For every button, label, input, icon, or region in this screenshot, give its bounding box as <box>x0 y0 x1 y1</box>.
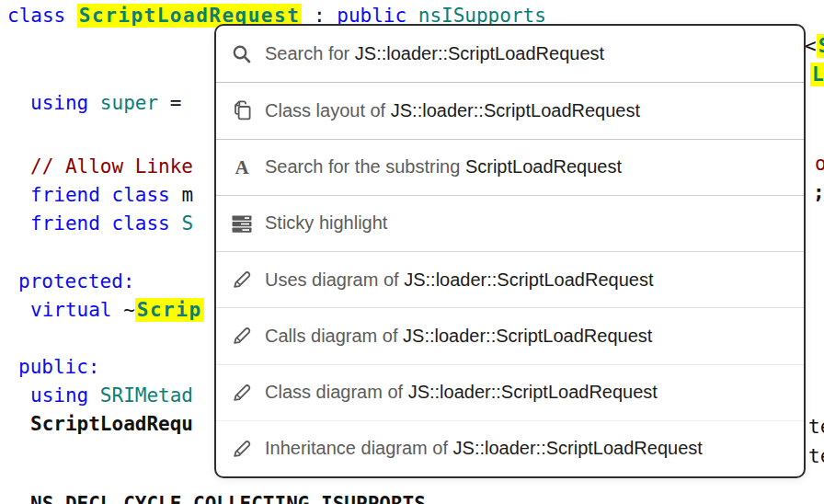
pen-icon <box>230 438 254 460</box>
highlighted-symbol[interactable]: Lo <box>810 63 824 86</box>
menu-item-prefix: Inheritance diagram of <box>265 438 453 458</box>
menu-item-symbol: JS::loader::ScriptLoadRequest <box>404 269 653 290</box>
code-line: <S <box>805 32 824 61</box>
code-token: // Allow Linke <box>30 155 193 178</box>
code-line: virtual ~Scrip <box>30 296 204 325</box>
code-line: using SRIMetad <box>30 382 193 410</box>
pen-icon <box>230 382 254 404</box>
pen-icon <box>230 269 254 291</box>
menu-item-symbol: JS::loader::ScriptLoadRequest <box>408 382 658 402</box>
code-token: super <box>100 92 158 114</box>
menu-item-inheritance-diagram[interactable]: Inheritance diagram of JS::loader::Scrip… <box>216 420 804 476</box>
code-line: protected: <box>18 268 134 296</box>
code-line: using super = <box>30 89 193 118</box>
menu-item-prefix: Calls diagram of <box>265 326 403 346</box>
menu-item-symbol: JS::loader::ScriptLoadRequest <box>355 43 604 63</box>
code-line: friend class S <box>30 210 193 238</box>
menu-item-symbol: JS::loader::ScriptLoadRequest <box>453 438 703 458</box>
code-line: o <box>815 150 824 178</box>
code-token: te <box>808 445 824 467</box>
code-token: = <box>158 92 193 114</box>
highlighted-symbol[interactable]: S <box>817 34 824 58</box>
code-token: class <box>7 5 77 27</box>
menu-item-label: Class diagram of JS::loader::ScriptLoadR… <box>265 382 658 403</box>
code-line: ScriptLoadRequ <box>30 410 193 439</box>
code-token: friend class <box>30 212 181 235</box>
menu-item-label: Uses diagram of JS::loader::ScriptLoadRe… <box>265 269 653 291</box>
menu-item-label: Calls diagram of JS::loader::ScriptLoadR… <box>265 326 652 347</box>
menu-item-label: Class layout of JS::loader::ScriptLoadRe… <box>265 100 640 121</box>
menu-item-class-layout[interactable]: Class layout of JS::loader::ScriptLoadRe… <box>216 82 804 138</box>
code-line: public: <box>18 353 100 382</box>
menu-item-symbol: ScriptLoadRequest <box>465 156 622 177</box>
menu-item-prefix: Sticky highlight <box>265 212 387 233</box>
menu-item-prefix: Uses diagram of <box>265 269 404 290</box>
menu-item-prefix: Class diagram of <box>265 382 408 402</box>
code-line: ; <box>813 178 824 207</box>
code-token: ~ <box>123 299 135 321</box>
code-token: ; <box>813 181 824 203</box>
clone-icon <box>230 99 254 121</box>
code-token: m <box>181 184 193 206</box>
code-line: te <box>808 413 824 441</box>
code-token: NS_DECL_CYCLE_COLLECTING_ISUPPORTS <box>30 493 426 504</box>
code-line: friend class m <box>30 181 193 210</box>
menu-item-prefix: Class layout of <box>265 100 391 120</box>
code-token: using <box>30 384 100 407</box>
context-menu: Search for JS::loader::ScriptLoadRequest… <box>214 24 806 478</box>
menu-item-label: Search for JS::loader::ScriptLoadRequest <box>265 43 604 64</box>
svg-text:A: A <box>235 156 249 178</box>
menu-item-prefix: Search for the substring <box>265 156 465 177</box>
menu-item-search[interactable]: Search for JS::loader::ScriptLoadRequest <box>216 26 804 82</box>
code-token: public: <box>18 356 100 378</box>
menu-item-label: Sticky highlight <box>265 212 387 234</box>
menu-item-substring-search[interactable]: ASearch for the substring ScriptLoadRequ… <box>216 139 804 195</box>
code-line: Lo <box>810 61 824 89</box>
code-token: < <box>805 35 817 57</box>
menu-item-label: Inheritance diagram of JS::loader::Scrip… <box>265 438 703 459</box>
menu-item-label: Search for the substring ScriptLoadReque… <box>265 156 622 178</box>
code-token: o <box>815 153 824 175</box>
code-token: virtual <box>30 299 123 321</box>
code-token: protected: <box>18 270 134 292</box>
menu-item-sticky-highlight[interactable]: Sticky highlight <box>216 195 804 251</box>
search-icon <box>230 43 254 65</box>
menu-item-symbol: JS::loader::ScriptLoadRequest <box>403 326 652 346</box>
code-token: S <box>181 212 193 235</box>
sticky-highlight-icon <box>230 212 254 235</box>
menu-item-class-diagram[interactable]: Class diagram of JS::loader::ScriptLoadR… <box>216 364 804 420</box>
highlighted-symbol[interactable]: Scrip <box>135 298 204 322</box>
pen-icon <box>230 325 254 347</box>
code-line: te <box>808 442 824 471</box>
menu-item-calls-diagram[interactable]: Calls diagram of JS::loader::ScriptLoadR… <box>216 307 804 363</box>
code-line: // Allow Linke <box>30 153 193 181</box>
code-line: NS_DECL_CYCLE_COLLECTING_ISUPPORTS <box>30 490 426 504</box>
code-token: using <box>30 92 100 114</box>
menu-item-uses-diagram[interactable]: Uses diagram of JS::loader::ScriptLoadRe… <box>216 251 804 307</box>
code-token: SRIMetad <box>100 384 193 407</box>
menu-item-prefix: Search for <box>265 43 355 63</box>
letter-a-icon: A <box>230 156 254 178</box>
code-token: ScriptLoadRequ <box>30 413 193 435</box>
code-token: te <box>808 416 824 438</box>
menu-item-symbol: JS::loader::ScriptLoadRequest <box>391 100 640 120</box>
code-token: friend class <box>30 184 181 206</box>
